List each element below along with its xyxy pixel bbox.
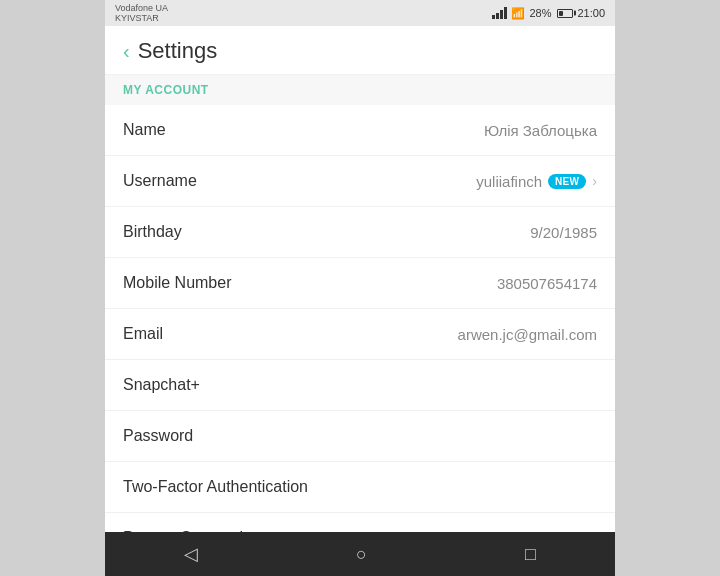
item-value-birthday: 9/20/1985 bbox=[530, 224, 597, 241]
network-name: KYIVSTAR bbox=[115, 13, 168, 23]
status-bar: Vodafone UA KYIVSTAR 📶 28% 21:00 bbox=[105, 0, 615, 26]
battery-icon bbox=[557, 9, 573, 18]
item-label-username: Username bbox=[123, 172, 197, 190]
settings-item-mobile[interactable]: Mobile Number 380507654174 bbox=[105, 258, 615, 309]
settings-item-name[interactable]: Name Юлія Заблоцька bbox=[105, 105, 615, 156]
signal-icon bbox=[492, 7, 507, 19]
page-title: Settings bbox=[138, 38, 218, 64]
settings-item-partner-connections[interactable]: Partner Connections bbox=[105, 513, 615, 532]
carrier-info: Vodafone UA KYIVSTAR bbox=[115, 3, 168, 23]
time-display: 21:00 bbox=[577, 7, 605, 19]
item-value-username: yuliiafinch bbox=[476, 173, 542, 190]
nav-bar: ◁ ○ □ bbox=[105, 532, 615, 576]
settings-item-username[interactable]: Username yuliiafinch NEW › bbox=[105, 156, 615, 207]
item-label-mobile: Mobile Number bbox=[123, 274, 231, 292]
item-label-email: Email bbox=[123, 325, 163, 343]
carrier-name: Vodafone UA bbox=[115, 3, 168, 13]
nav-home-button[interactable]: ○ bbox=[356, 544, 367, 565]
settings-item-password[interactable]: Password bbox=[105, 411, 615, 462]
item-label-name: Name bbox=[123, 121, 166, 139]
nav-recent-button[interactable]: □ bbox=[525, 544, 536, 565]
item-label-snapchat-plus: Snapchat+ bbox=[123, 376, 200, 394]
item-label-2fa: Two-Factor Authentication bbox=[123, 478, 308, 496]
wifi-icon: 📶 bbox=[511, 7, 525, 20]
item-value-mobile: 380507654174 bbox=[497, 275, 597, 292]
back-button[interactable]: ‹ bbox=[123, 40, 130, 63]
section-header-my-account: MY ACCOUNT bbox=[105, 75, 615, 105]
battery-percent: 28% bbox=[529, 7, 551, 19]
nav-back-button[interactable]: ◁ bbox=[184, 543, 198, 565]
item-label-password: Password bbox=[123, 427, 193, 445]
content-area: ‹ Settings MY ACCOUNT Name Юлія Заблоцьк… bbox=[105, 26, 615, 532]
settings-header: ‹ Settings bbox=[105, 26, 615, 75]
item-label-birthday: Birthday bbox=[123, 223, 182, 241]
new-badge: NEW bbox=[548, 174, 586, 189]
username-right: yuliiafinch NEW › bbox=[476, 173, 597, 190]
settings-item-snapchat-plus[interactable]: Snapchat+ bbox=[105, 360, 615, 411]
phone-container: Vodafone UA KYIVSTAR 📶 28% 21:00 ‹ bbox=[105, 0, 615, 576]
settings-item-email[interactable]: Email arwen.jc@gmail.com bbox=[105, 309, 615, 360]
status-right: 📶 28% 21:00 bbox=[492, 7, 605, 20]
settings-item-2fa[interactable]: Two-Factor Authentication bbox=[105, 462, 615, 513]
chevron-right-icon: › bbox=[592, 173, 597, 189]
item-value-name: Юлія Заблоцька bbox=[484, 122, 597, 139]
settings-list: Name Юлія Заблоцька Username yuliiafinch… bbox=[105, 105, 615, 532]
settings-item-birthday[interactable]: Birthday 9/20/1985 bbox=[105, 207, 615, 258]
item-value-email: arwen.jc@gmail.com bbox=[458, 326, 597, 343]
